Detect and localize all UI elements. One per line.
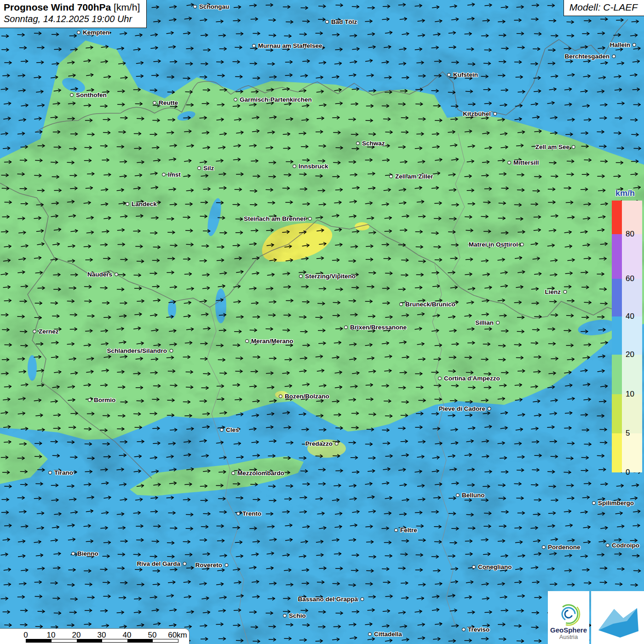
brand-country: Austria: [559, 634, 578, 641]
model-label: Modell: C-LAEF: [564, 0, 644, 16]
scalebar-tick: 20: [72, 631, 81, 640]
scalebar-labels: 0102030405060km: [0, 629, 189, 639]
scalebar-segment: [153, 639, 178, 642]
title-unit: [km/h]: [114, 2, 140, 12]
legend-bar: 806040201050: [612, 201, 642, 472]
branding: GeoSphere Austria: [548, 591, 644, 644]
partner-mountain-icon: [595, 597, 641, 638]
scalebar-segment: [52, 639, 77, 642]
scalebar-tick: 40: [123, 631, 132, 640]
legend-segment: [612, 394, 642, 433]
legend-tick: 80: [626, 230, 634, 239]
legend-tick: 5: [626, 429, 630, 438]
brand-name: GeoSphere: [550, 626, 587, 634]
legend-tick: 0: [626, 468, 630, 477]
title-box: Prognose Wind 700hPa [km/h] Sonntag, 14.…: [0, 0, 147, 28]
scalebar-segment: [127, 639, 153, 642]
weather-map: SchongauBad TölzKemptenMurnau am Staffel…: [0, 0, 644, 644]
legend: km/h 806040201050: [612, 189, 642, 472]
geosphere-swirl-icon: [557, 602, 581, 626]
legend-segment: [612, 279, 642, 316]
scalebar-tick: 0: [23, 631, 28, 640]
scalebar: 0102030405060km: [0, 628, 190, 644]
scalebar-segment: [26, 639, 52, 642]
legend-tick: 40: [626, 312, 634, 321]
title-text: Prognose Wind 700hPa: [4, 2, 111, 12]
terrain-relief: [0, 0, 644, 644]
scalebar-tick: 60km: [168, 631, 187, 640]
scalebar-tick: 50: [148, 631, 157, 640]
legend-segment: [612, 433, 642, 472]
legend-segment: [612, 234, 642, 279]
valid-time: Sonntag, 14.12.2025 19:00 Uhr: [4, 14, 140, 24]
scalebar-segment: [77, 639, 102, 642]
scalebar-tick: 30: [98, 631, 106, 640]
geosphere-logo-box: GeoSphere Austria: [548, 591, 589, 644]
legend-unit: km/h: [612, 189, 642, 198]
scalebar-segment: [102, 639, 127, 642]
legend-tick: 20: [626, 350, 634, 359]
legend-segment: [612, 355, 642, 394]
legend-tick: 10: [626, 390, 634, 399]
partner-logo-box: [591, 591, 644, 644]
scalebar-bar: [26, 639, 178, 643]
page-title: Prognose Wind 700hPa [km/h]: [4, 2, 140, 13]
scalebar-tick: 10: [47, 631, 56, 640]
map-canvas: [0, 0, 644, 644]
legend-segment: [612, 316, 642, 355]
legend-tick: 60: [626, 274, 634, 283]
